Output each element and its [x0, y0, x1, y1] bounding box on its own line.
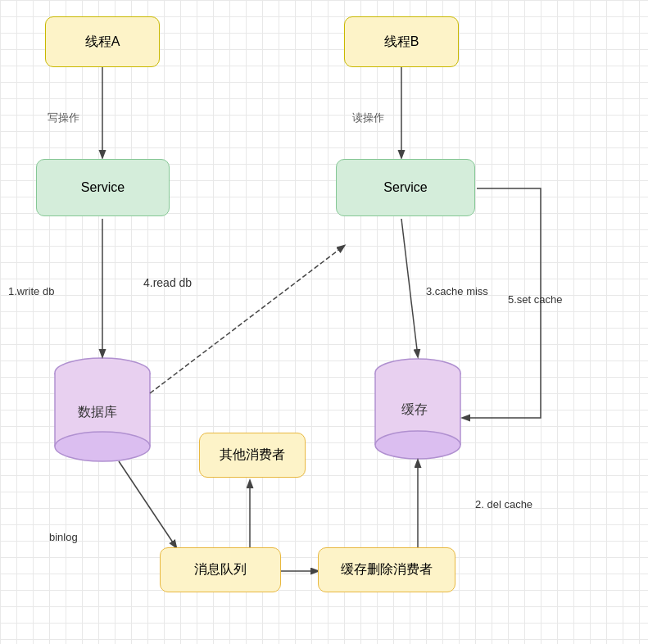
svg-rect-6 [375, 373, 460, 445]
svg-point-9 [375, 431, 460, 459]
binlog-label: binlog [49, 531, 78, 543]
cache-cylinder [375, 359, 460, 459]
svg-point-5 [375, 359, 460, 387]
cache-delete-consumer-box: 缓存删除消费者 [318, 547, 455, 592]
service-b-box: Service [336, 159, 475, 216]
database-label: 数据库 [78, 405, 117, 419]
message-queue-box: 消息队列 [160, 547, 281, 592]
cache-miss-label: 3.cache miss [426, 285, 488, 297]
thread-a-label: 线程A [85, 34, 120, 51]
cache-delete-consumer-label: 缓存删除消费者 [341, 561, 433, 578]
other-consumer-label: 其他消费者 [220, 447, 285, 464]
write-db-label: 1.write db [8, 285, 54, 297]
svg-line-14 [150, 246, 344, 393]
svg-point-0 [55, 358, 150, 388]
thread-b-box: 线程B [344, 16, 459, 67]
cache-label: 缓存 [401, 402, 428, 416]
thread-a-box: 线程A [45, 16, 160, 67]
svg-point-4 [55, 432, 150, 461]
svg-line-13 [401, 219, 418, 356]
write-op-label: 写操作 [48, 111, 79, 124]
read-op-label: 读操作 [352, 111, 384, 124]
diagram: 写操作 读操作 1.write db 4.read db 3.cache mis… [0, 0, 648, 644]
database-cylinder [55, 358, 150, 461]
message-queue-label: 消息队列 [194, 561, 247, 578]
svg-rect-1 [55, 373, 150, 447]
service-a-box: Service [36, 159, 170, 216]
service-a-label: Service [81, 180, 125, 195]
svg-line-15 [119, 461, 176, 547]
service-b-label: Service [383, 180, 427, 195]
del-cache-label: 2. del cache [475, 498, 532, 510]
thread-b-label: 线程B [384, 34, 419, 51]
read-db-label: 4.read db [143, 276, 192, 289]
set-cache-label: 5.set cache [508, 293, 563, 306]
other-consumer-box: 其他消费者 [199, 433, 306, 478]
